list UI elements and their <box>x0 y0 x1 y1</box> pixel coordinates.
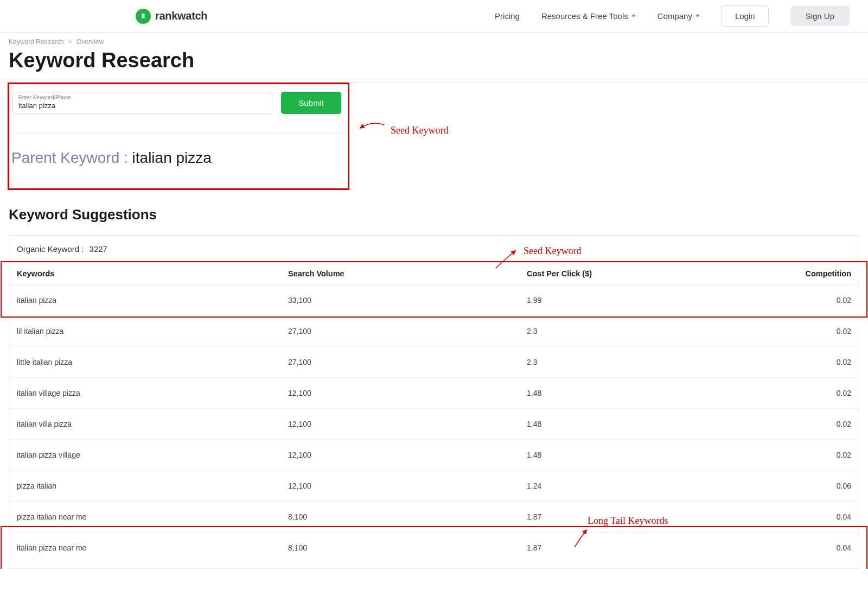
cell-search-volume: 8,100 <box>288 543 527 552</box>
annotation-seed-keyword-2: Seed Keyword <box>524 245 581 257</box>
parent-keyword-value: italian pizza <box>132 149 212 166</box>
cell-competition: 0.02 <box>793 451 851 459</box>
cell-cpc: 1.87 <box>527 543 793 552</box>
nav-pricing[interactable]: Pricing <box>495 11 520 21</box>
table-header: Keywords Search Volume Cost Per Click ($… <box>9 262 859 285</box>
annotation-long-tail: Long Tail Keywords <box>588 515 668 527</box>
cell-search-volume: 27,100 <box>288 358 527 366</box>
parent-keyword-label: Parent Keyword : <box>11 149 132 166</box>
keyword-search-row: Enter Keyword/Phase Submit <box>9 84 348 119</box>
cell-cpc: 2.3 <box>527 358 793 366</box>
header-search-volume: Search Volume <box>288 269 527 278</box>
cell-keyword: italian pizza village <box>17 451 288 459</box>
cell-keyword: italian villa pizza <box>17 420 288 428</box>
cell-search-volume: 12,100 <box>288 451 527 459</box>
organic-keyword-count-row: Organic Keyword : 3227 <box>9 236 859 262</box>
table-row[interactable]: italian village pizza12,1001.480.02 <box>9 378 859 409</box>
cell-competition: 0.04 <box>793 512 851 521</box>
breadcrumb-item[interactable]: Overview <box>76 38 104 46</box>
table-body: italian pizza33,1001.990.02lil italian p… <box>9 285 859 563</box>
header-cpc: Cost Per Click ($) <box>527 269 793 278</box>
breadcrumb-separator: > <box>68 38 72 46</box>
cell-keyword: pizza italian near me <box>17 512 288 521</box>
cell-search-volume: 27,100 <box>288 327 527 336</box>
table-row[interactable]: italian pizza33,1001.990.02 <box>9 285 859 316</box>
brand-logo[interactable]: rankwatch <box>136 9 207 24</box>
page-title: Keyword Research <box>0 49 868 82</box>
cell-competition: 0.06 <box>793 482 851 490</box>
table-row[interactable]: little italian pizza27,1002.30.02 <box>9 347 859 378</box>
login-button[interactable]: Login <box>722 5 769 27</box>
nav-company-label: Company <box>658 11 692 21</box>
header-competition: Competition <box>793 269 851 278</box>
cell-competition: 0.02 <box>793 327 851 336</box>
cell-cpc: 1.48 <box>527 420 793 428</box>
annotation-arrow-icon <box>358 118 385 131</box>
table-row[interactable]: pizza italian12,1001.240.06 <box>9 471 859 502</box>
logo-icon <box>136 9 151 24</box>
cell-cpc: 2.3 <box>527 327 793 336</box>
breadcrumb: Keyword Research > Overview <box>0 33 868 49</box>
cell-keyword: lil italian pizza <box>17 327 288 336</box>
cell-cpc: 1.48 <box>527 389 793 397</box>
breadcrumb-item[interactable]: Keyword Research <box>9 38 63 46</box>
header-keywords: Keywords <box>17 269 288 278</box>
suggestions-card: Organic Keyword : 3227 Keywords Search V… <box>9 235 859 569</box>
cell-search-volume: 33,100 <box>288 296 527 305</box>
table-row[interactable]: italian villa pizza12,1001.480.02 <box>9 409 859 440</box>
annotation-seed-keyword: Seed Keyword <box>391 125 448 136</box>
cell-keyword: pizza italian <box>17 482 288 490</box>
seed-keyword-box: Enter Keyword/Phase Submit Parent Keywor… <box>8 83 349 190</box>
table-row[interactable]: pizza italian near me8,1001.870.04 <box>9 502 859 533</box>
cell-competition: 0.02 <box>793 296 851 305</box>
cell-competition: 0.02 <box>793 420 851 428</box>
nav-items: Pricing Resources & Free Tools Company L… <box>495 5 857 27</box>
submit-button[interactable]: Submit <box>281 92 341 114</box>
chevron-down-icon <box>695 15 700 17</box>
organic-label: Organic Keyword : <box>17 244 84 254</box>
content-area: Enter Keyword/Phase Submit Parent Keywor… <box>0 82 868 569</box>
nav-resources[interactable]: Resources & Free Tools <box>541 11 636 21</box>
cell-cpc: 1.24 <box>527 482 793 490</box>
table-row[interactable]: italian pizza near me8,1001.870.04 <box>9 533 859 563</box>
annotation-arrow-icon <box>494 249 518 270</box>
cell-search-volume: 12,100 <box>288 420 527 428</box>
keyword-input[interactable] <box>18 102 266 110</box>
cell-search-volume: 12,100 <box>288 389 527 397</box>
signup-button[interactable]: Sign Up <box>790 6 850 26</box>
table-row[interactable]: lil italian pizza27,1002.30.02 <box>9 316 859 347</box>
cell-keyword: italian pizza near me <box>17 543 288 552</box>
organic-count: 3227 <box>90 244 107 254</box>
nav-company[interactable]: Company <box>658 11 700 21</box>
cell-search-volume: 8,100 <box>288 512 527 521</box>
cell-competition: 0.02 <box>793 389 851 397</box>
chevron-down-icon <box>631 15 636 17</box>
cell-cpc: 1.99 <box>527 296 793 305</box>
table-row[interactable]: italian pizza village12,1001.480.02 <box>9 440 859 471</box>
annotation-arrow-icon <box>572 528 589 549</box>
cell-search-volume: 12,100 <box>288 482 527 490</box>
cell-keyword: italian village pizza <box>17 389 288 397</box>
keyword-input-label: Enter Keyword/Phase <box>18 94 266 100</box>
keyword-suggestions-title: Keyword Suggestions <box>0 190 868 235</box>
cell-keyword: italian pizza <box>17 296 288 305</box>
keyword-input-wrap[interactable]: Enter Keyword/Phase <box>12 92 272 114</box>
cell-cpc: 1.48 <box>527 451 793 459</box>
top-navigation: rankwatch Pricing Resources & Free Tools… <box>0 0 868 33</box>
cell-competition: 0.02 <box>793 358 851 366</box>
nav-resources-label: Resources & Free Tools <box>541 11 628 21</box>
cell-keyword: little italian pizza <box>17 358 288 366</box>
parent-keyword-row: Parent Keyword : italian pizza <box>9 132 348 167</box>
brand-text: rankwatch <box>155 10 207 22</box>
cell-competition: 0.04 <box>793 543 851 552</box>
